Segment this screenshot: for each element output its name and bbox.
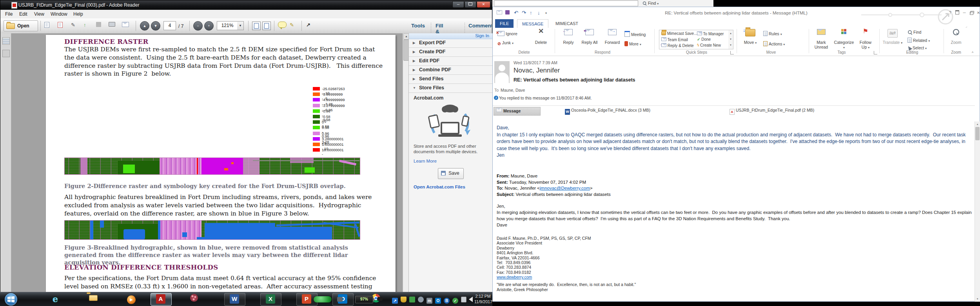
document-scrollbar[interactable]: ▲ [403,33,409,292]
powerpoint-icon[interactable]: P [300,294,313,304]
panel-item-create-pdf[interactable]: ▶Create PDF [409,47,493,57]
update-check-icon[interactable]: ✓ [452,297,458,304]
quick-steps-dialog-launcher[interactable] [730,51,734,54]
quick-steps-scroll[interactable]: ▴▾▾ [728,30,733,49]
internet-explorer-icon[interactable]: e [49,294,62,304]
quick-step-team-email[interactable]: Team Email [661,37,688,42]
open-acrobat-files-link[interactable]: Open Acrobat.com Files [414,185,465,189]
file-explorer-icon[interactable] [87,294,100,304]
fullscreen-icon[interactable]: ↗ [306,22,310,28]
message-tab-selected[interactable]: Message [494,107,541,116]
collapse-ribbon-button[interactable]: ^ [972,51,973,55]
media-player-icon[interactable]: ▶ [125,294,138,304]
zoom-dropdown[interactable]: ▾ [237,21,244,30]
meeting-button[interactable]: Meeting [624,31,646,38]
battery-indicator[interactable]: 97% [355,295,373,302]
minimize-button[interactable]: ─ [962,10,967,16]
qat-undo-icon[interactable]: ↶ [514,10,518,16]
reply-button[interactable]: ←Reply [559,29,577,45]
follow-up-button[interactable]: ⚑Follow Up ▾ [857,29,875,50]
adobe-titlebar[interactable]: USJRB_FtDrum_EdgeTie_Final (003).pdf - A… [0,0,492,10]
scroll-up-icon[interactable]: ▴ [975,121,980,127]
tab-tools[interactable]: Tools [411,23,425,29]
attachment-pdf-file[interactable]: AUSJRB_FtDrum_EdgeTie_Final.pdf (2 MB) [730,108,814,115]
sender-name[interactable]: Novac, Jennifer [514,67,560,74]
fit-width-button[interactable] [252,22,261,30]
menu-window[interactable]: Window [51,11,67,17]
scroll-down-icon[interactable]: ▾ [975,296,980,301]
menu-help[interactable]: Help [73,11,83,17]
performance-gauge-icon[interactable] [418,297,424,304]
qat-next-item-icon[interactable]: ↓ [537,10,540,16]
learn-more-link[interactable]: Learn More [414,159,437,163]
convert-file-icon[interactable] [58,22,63,29]
move-button[interactable]: ↓Move ▾ [741,29,759,45]
panel-item-store-files[interactable]: ▼Store Files [409,83,493,93]
restore-button[interactable] [969,10,974,16]
dewberry-website-link[interactable]: www.dewberry.com [497,275,532,279]
next-page-button[interactable]: ▼ [151,21,160,31]
adobe-reader-icon[interactable]: A [154,294,167,304]
reply-all-button[interactable]: ↞Reply All [580,29,599,45]
find-button[interactable]: Find [907,30,921,35]
qat-redo-icon[interactable]: ↷ [522,10,526,16]
ribbon-display-options-button[interactable] [955,10,960,16]
excel-icon[interactable]: X [264,294,277,304]
qat-previous-item-icon[interactable]: ↑ [530,10,532,16]
menu-edit[interactable]: Edit [19,11,27,17]
tab-message[interactable]: MESSAGE [517,19,548,28]
mark-unread-button[interactable]: Mark Unread [811,29,831,49]
display-settings-icon[interactable] [409,297,415,304]
related-button[interactable]: Related ▾ [907,38,930,43]
panel-item-edit-pdf[interactable]: ▶Edit PDF [409,56,493,66]
zoom-in-button[interactable]: + [204,21,214,31]
attachments-icon[interactable] [2,50,10,57]
save-icon[interactable] [96,22,101,28]
actions-button[interactable]: Actions ▾ [763,41,785,47]
clipboard-tray-icon[interactable] [461,297,466,304]
forward-button[interactable]: →Forward [603,29,622,45]
comment-bubble-icon[interactable] [278,22,287,28]
tab-mimecast[interactable]: MIMECAST [551,19,583,28]
qat-customize-dropdown[interactable]: ▾ [545,11,547,15]
highlight-icon[interactable]: ✎ [290,22,294,28]
document-area[interactable]: DIFFERENCE RASTER The USJRB DEMs were fi… [11,33,403,292]
bluetooth-icon[interactable]: B [444,297,450,304]
delete-button[interactable]: ✕Delete [532,29,550,45]
ignore-button[interactable]: ✕Ignore [497,31,517,37]
menu-view[interactable]: View [34,11,44,17]
start-button[interactable] [5,293,17,306]
tags-dialog-launcher[interactable] [874,51,877,54]
categorize-button[interactable]: Categorize ▾ [833,29,855,50]
cloud-upload-icon[interactable]: ↑ [83,22,86,28]
recipient-name[interactable]: Maune, Dave [501,88,525,92]
message-body-scrollbar[interactable]: ▴ ▾ [975,121,980,302]
zoom-out-button[interactable]: − [193,21,203,31]
taskbar-clock[interactable]: 2:12 PM11/9/2017 [474,293,492,304]
mimecast-tray-icon[interactable]: m [426,297,432,304]
quick-step-mimecast-save[interactable]: Mimecast Save... [661,31,697,36]
maximize-button[interactable] [465,1,476,8]
raspberry-icon[interactable] [187,294,201,304]
tray-status-pill-icon[interactable] [314,296,332,303]
find-label[interactable]: Find ▾ [642,1,659,5]
tab-file[interactable]: FILE [495,19,514,28]
sign-pen-icon[interactable]: ✎ [71,22,75,28]
panel-item-send-files[interactable]: ▶Send Files [409,74,493,84]
close-button[interactable]: ✕ [477,1,490,8]
panel-item-export-pdf[interactable]: ▶Export PDF [409,38,493,48]
rules-button[interactable]: Rules ▾ [763,31,782,37]
zoom-level-input[interactable]: 121% [217,21,238,30]
previous-page-button[interactable]: ▲ [140,21,149,31]
qat-save-icon[interactable] [505,10,510,16]
close-button[interactable]: ✕ [976,10,980,16]
search-input[interactable] [494,0,638,6]
page-number-input[interactable]: 4 [163,21,176,30]
outlook-tray-icon[interactable]: O [435,297,441,304]
junk-button[interactable]: ⊘Junk ▾ [497,40,514,46]
quick-step-create-new[interactable]: ϟ Create New [697,43,721,47]
page-thumbnails-icon[interactable] [2,37,10,45]
fit-page-button[interactable] [262,22,271,30]
open-button[interactable]: Open [4,20,38,31]
email-address-link[interactable]: jmnovac@Dewberry.com [540,186,590,190]
